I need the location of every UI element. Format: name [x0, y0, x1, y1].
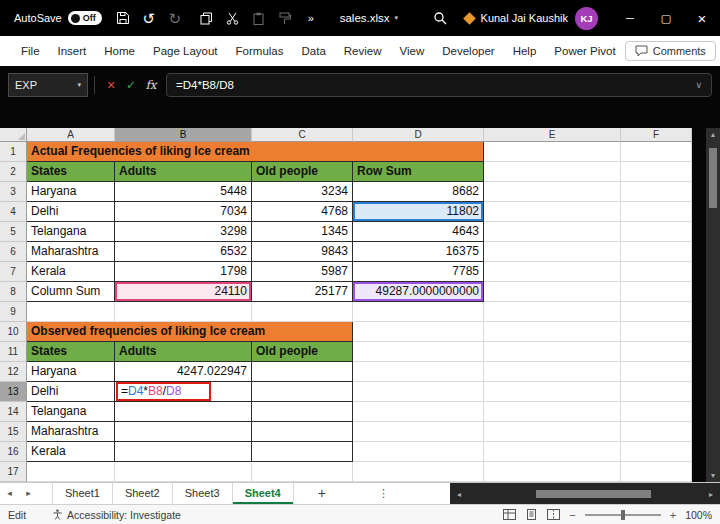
menu-developer[interactable]: Developer — [433, 36, 503, 66]
cell-C12[interactable] — [252, 362, 353, 382]
cell-F1[interactable] — [621, 142, 692, 162]
tab-more-icon[interactable]: ⋮ — [378, 483, 389, 504]
scroll-right-icon[interactable]: ▸ — [702, 490, 720, 499]
cell-D10[interactable] — [353, 322, 484, 342]
menu-file[interactable]: File — [12, 36, 49, 66]
cell-B11[interactable]: Adults — [115, 342, 252, 362]
menu-insert[interactable]: Insert — [49, 36, 96, 66]
zoom-slider[interactable] — [585, 514, 661, 516]
sheet-tab-sheet4[interactable]: Sheet4 — [233, 483, 294, 504]
row-header-10[interactable]: 10 — [0, 322, 27, 342]
cell-B13[interactable]: =D4*B8/D8 — [115, 382, 252, 402]
cell-C16[interactable] — [252, 442, 353, 462]
page-layout-view-button[interactable] — [525, 509, 538, 520]
cell-C9[interactable] — [252, 302, 353, 322]
expand-formula-bar-icon[interactable]: ∨ — [695, 80, 702, 90]
row-header-16[interactable]: 16 — [0, 442, 27, 462]
cell-D9[interactable] — [353, 302, 484, 322]
cell-E10[interactable] — [484, 322, 621, 342]
cancel-entry-button[interactable]: × — [101, 77, 121, 93]
page-break-view-button[interactable] — [547, 509, 560, 520]
cell-D3[interactable]: 8682 — [353, 182, 484, 202]
menu-power-pivot[interactable]: Power Pivot — [545, 36, 624, 66]
cell-F9[interactable] — [621, 302, 692, 322]
cell-B17[interactable] — [115, 462, 252, 482]
cell-E1[interactable] — [484, 142, 621, 162]
cell-A14[interactable]: Telangana — [27, 402, 115, 422]
column-header-F[interactable]: F — [621, 128, 692, 142]
account-area[interactable]: Kunal Jai Kaushik KJ — [465, 7, 598, 30]
cell-D5[interactable]: 4643 — [353, 222, 484, 242]
comments-button[interactable]: Comments — [625, 41, 716, 61]
cell-A13[interactable]: Delhi — [27, 382, 115, 402]
menu-home[interactable]: Home — [95, 36, 144, 66]
cell-E13[interactable] — [484, 382, 621, 402]
cell-B15[interactable] — [115, 422, 252, 442]
maximize-button[interactable]: ▢ — [648, 0, 684, 36]
cell-E15[interactable] — [484, 422, 621, 442]
cut-button[interactable] — [220, 0, 246, 36]
row-header-15[interactable]: 15 — [0, 422, 27, 442]
cell-A17[interactable] — [27, 462, 115, 482]
sheet-tab-sheet3[interactable]: Sheet3 — [173, 483, 233, 504]
cell-A5[interactable]: Telangana — [27, 222, 115, 242]
format-painter-button[interactable] — [272, 0, 298, 36]
scroll-down-icon[interactable]: ▼ — [710, 469, 717, 482]
cell-B9[interactable] — [115, 302, 252, 322]
row-header-9[interactable]: 9 — [0, 302, 27, 322]
column-header-B[interactable]: B — [115, 128, 252, 142]
cell-D12[interactable] — [353, 362, 484, 382]
cell-F15[interactable] — [621, 422, 692, 442]
close-button[interactable]: × — [684, 0, 720, 36]
cell-A2[interactable]: States — [27, 162, 115, 182]
scroll-up-icon[interactable]: ▲ — [710, 128, 717, 141]
cell-B6[interactable]: 6532 — [115, 242, 252, 262]
cell-F14[interactable] — [621, 402, 692, 422]
avatar[interactable]: KJ — [575, 7, 598, 30]
cell-D2[interactable]: Row Sum — [353, 162, 484, 182]
cell-E4[interactable] — [484, 202, 621, 222]
minimize-button[interactable]: ─ — [612, 0, 648, 36]
menu-view[interactable]: View — [391, 36, 434, 66]
cell-F5[interactable] — [621, 222, 692, 242]
column-header-A[interactable]: A — [27, 128, 115, 142]
name-box[interactable]: EXP ▾ — [8, 73, 88, 97]
cell-C8[interactable]: 25177 — [252, 282, 353, 302]
cell-C5[interactable]: 1345 — [252, 222, 353, 242]
row-header-8[interactable]: 8 — [0, 282, 27, 302]
cell-A1[interactable]: Actual Frequencies of liking Ice cream — [27, 142, 484, 162]
cell-E17[interactable] — [484, 462, 621, 482]
cell-F12[interactable] — [621, 362, 692, 382]
cell-D11[interactable] — [353, 342, 484, 362]
row-header-14[interactable]: 14 — [0, 402, 27, 422]
cell-E5[interactable] — [484, 222, 621, 242]
cell-D15[interactable] — [353, 422, 484, 442]
sheet-tab-sheet2[interactable]: Sheet2 — [113, 483, 173, 504]
row-header-13[interactable]: 13 — [0, 382, 27, 402]
zoom-slider-knob[interactable] — [621, 510, 625, 520]
row-header-7[interactable]: 7 — [0, 262, 27, 282]
row-header-3[interactable]: 3 — [0, 182, 27, 202]
cell-C2[interactable]: Old people — [252, 162, 353, 182]
cell-E9[interactable] — [484, 302, 621, 322]
cell-E3[interactable] — [484, 182, 621, 202]
redo-button[interactable]: ↻ — [162, 0, 188, 36]
cell-B16[interactable] — [115, 442, 252, 462]
search-button[interactable] — [427, 0, 453, 36]
cell-C13[interactable] — [252, 382, 353, 402]
copy-button[interactable] — [194, 0, 220, 36]
horizontal-scrollbar[interactable]: ◂ ▸ — [450, 483, 720, 505]
cell-F13[interactable] — [621, 382, 692, 402]
cell-F16[interactable] — [621, 442, 692, 462]
cell-C15[interactable] — [252, 422, 353, 442]
cell-A15[interactable]: Maharashtra — [27, 422, 115, 442]
cell-F2[interactable] — [621, 162, 692, 182]
formula-edit-box[interactable]: =D4*B8/D8 — [116, 382, 211, 401]
menu-review[interactable]: Review — [335, 36, 391, 66]
cell-F3[interactable] — [621, 182, 692, 202]
accessibility-checker-button[interactable]: Accessibility: Investigate — [52, 509, 181, 521]
zoom-level[interactable]: 100% — [685, 509, 712, 521]
menu-page-layout[interactable]: Page Layout — [144, 36, 227, 66]
column-header-C[interactable]: C — [252, 128, 353, 142]
zoom-in-button[interactable]: + — [670, 509, 676, 521]
